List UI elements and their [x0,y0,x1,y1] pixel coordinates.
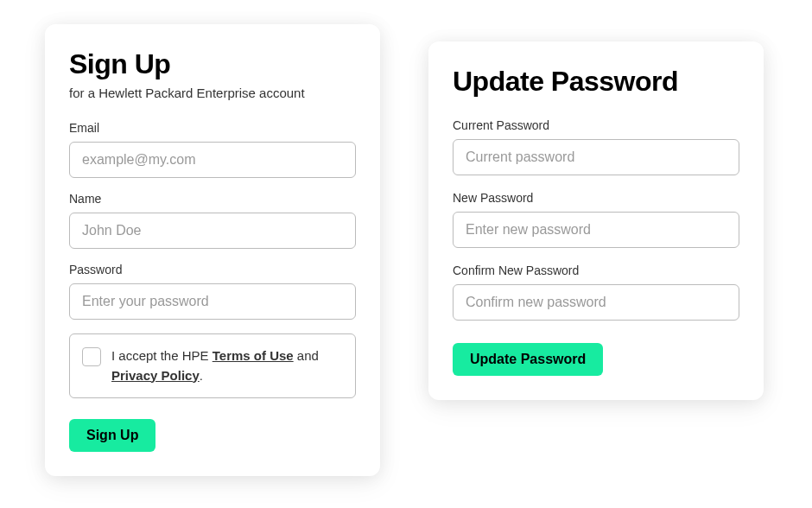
consent-suffix: . [200,368,203,383]
new-password-label: New Password [453,191,739,205]
terms-link[interactable]: Terms of Use [213,348,294,363]
consent-box: I accept the HPE Terms of Use and Privac… [69,333,356,398]
confirm-password-group: Confirm New Password [453,264,739,321]
password-input[interactable] [69,283,356,320]
email-label: Email [69,121,356,135]
password-label: Password [69,263,356,276]
update-button-wrap: Update Password [453,343,739,376]
update-password-card: Update Password Current Password New Pas… [428,41,764,400]
consent-mid: and [294,348,319,363]
email-group: Email [69,121,356,178]
confirm-password-label: Confirm New Password [453,264,739,277]
consent-prefix: I accept the HPE [111,348,213,363]
name-group: Name [69,192,356,249]
consent-checkbox[interactable] [82,347,101,366]
new-password-input[interactable] [453,212,739,248]
signup-card: Sign Up for a Hewlett Packard Enterprise… [45,24,380,476]
current-password-input[interactable] [453,139,739,175]
update-title: Update Password [453,66,739,98]
signup-title: Sign Up [69,48,356,80]
current-password-group: Current Password [453,118,739,175]
name-label: Name [69,192,356,206]
current-password-label: Current Password [453,118,739,132]
signup-button[interactable]: Sign Up [69,419,155,452]
new-password-group: New Password [453,191,739,248]
password-group: Password [69,263,356,320]
update-password-button[interactable]: Update Password [453,343,603,376]
signup-subtitle: for a Hewlett Packard Enterprise account [69,86,356,100]
email-input[interactable] [69,142,356,178]
confirm-password-input[interactable] [453,284,739,321]
consent-text: I accept the HPE Terms of Use and Privac… [111,346,343,385]
name-input[interactable] [69,213,356,249]
privacy-link[interactable]: Privacy Policy [111,368,200,383]
